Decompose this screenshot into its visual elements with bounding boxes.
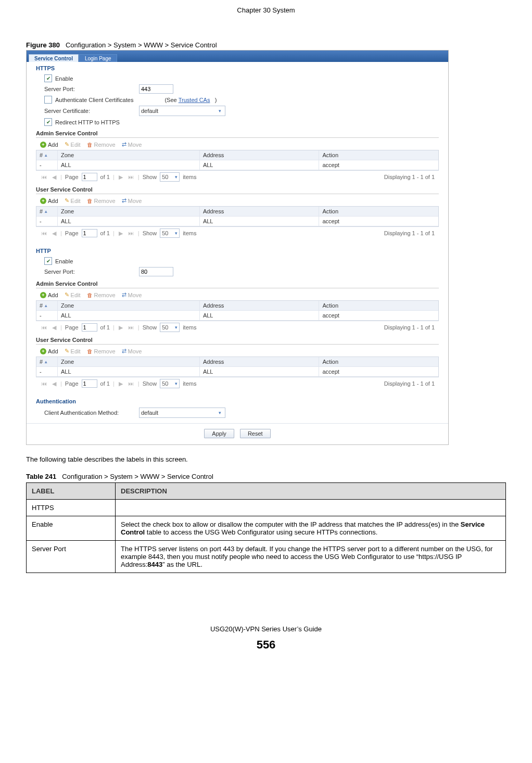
table-row[interactable]: - ALL ALL accept <box>36 311 438 321</box>
next-page-button[interactable]: ▶ <box>118 174 124 181</box>
https-auth-cc-checkbox[interactable] <box>44 96 52 104</box>
table-title: Configuration > System > WWW > Service C… <box>62 473 213 480</box>
trusted-cas-link[interactable]: Trusted CAs <box>179 97 210 103</box>
table-row[interactable]: - ALL ALL accept <box>36 367 438 377</box>
pager: ⏮ ◀ | Page of 1 | ▶ ⏭ | Show 50▾ items D… <box>36 377 439 390</box>
https-redirect-checkbox[interactable]: ✔ <box>44 118 52 126</box>
col-zone[interactable]: Zone <box>58 357 200 366</box>
edit-button[interactable]: ✎Edit <box>65 141 81 148</box>
screenshot-pane: Service Control Login Page HTTPS ✔ Enabl… <box>26 50 449 445</box>
next-page-button[interactable]: ▶ <box>118 230 124 237</box>
page-size-select[interactable]: 50▾ <box>160 228 180 238</box>
table-row: Enable Select the check box to allow or … <box>27 516 506 541</box>
th-label: LABEL <box>27 483 116 500</box>
tab-service-control[interactable]: Service Control <box>29 54 79 62</box>
move-button[interactable]: ⇄Move <box>122 197 142 204</box>
sort-icon: ▲ <box>44 360 48 364</box>
https-enable-label: Enable <box>55 75 73 82</box>
col-address[interactable]: Address <box>200 150 320 160</box>
next-page-button[interactable]: ▶ <box>118 380 124 387</box>
page-number: 556 <box>26 638 506 652</box>
col-zone[interactable]: Zone <box>58 301 200 310</box>
col-index[interactable]: # ▲ <box>36 207 58 216</box>
move-button[interactable]: ⇄Move <box>122 291 142 298</box>
add-button[interactable]: +Add <box>40 198 58 204</box>
move-button[interactable]: ⇄Move <box>122 141 142 148</box>
col-address[interactable]: Address <box>200 357 320 366</box>
page-size-select[interactable]: 50▾ <box>160 172 180 182</box>
col-index[interactable]: # ▲ <box>36 357 58 366</box>
add-icon: + <box>40 348 46 354</box>
col-address[interactable]: Address <box>200 207 320 216</box>
move-button[interactable]: ⇄Move <box>122 348 142 354</box>
edit-button[interactable]: ✎Edit <box>65 197 81 204</box>
col-zone[interactable]: Zone <box>58 207 200 216</box>
prev-page-button[interactable]: ◀ <box>51 380 57 387</box>
remove-button[interactable]: 🗑Remove <box>87 348 116 354</box>
cell-label: HTTPS <box>27 500 116 516</box>
page-input[interactable] <box>82 379 97 388</box>
remove-icon: 🗑 <box>87 198 93 204</box>
remove-button[interactable]: 🗑Remove <box>87 198 116 204</box>
toolbar: +Add ✎Edit 🗑Remove ⇄Move <box>36 140 439 150</box>
last-page-button[interactable]: ⏭ <box>127 380 135 387</box>
col-index[interactable]: # ▲ <box>36 150 58 160</box>
edit-icon: ✎ <box>65 197 69 204</box>
remove-button[interactable]: 🗑Remove <box>87 142 116 148</box>
page-input[interactable] <box>82 323 97 332</box>
col-index[interactable]: # ▲ <box>36 301 58 310</box>
tab-login-page[interactable]: Login Page <box>79 54 117 62</box>
https-server-port-input[interactable] <box>139 84 173 94</box>
add-button[interactable]: +Add <box>40 348 58 354</box>
https-enable-checkbox[interactable]: ✔ <box>44 74 52 82</box>
first-page-button[interactable]: ⏮ <box>40 174 48 180</box>
edit-button[interactable]: ✎Edit <box>65 348 81 354</box>
next-page-button[interactable]: ▶ <box>118 324 124 331</box>
https-server-cert-select[interactable]: default ▾ <box>139 106 225 116</box>
auth-method-select[interactable]: default ▾ <box>139 408 225 418</box>
apply-button[interactable]: Apply <box>204 429 234 438</box>
page-input[interactable] <box>82 173 97 181</box>
col-zone[interactable]: Zone <box>58 150 200 160</box>
following-text: The following table describes the labels… <box>26 455 506 463</box>
chevron-down-icon: ▾ <box>216 410 223 415</box>
last-page-button[interactable]: ⏭ <box>127 230 135 236</box>
move-icon: ⇄ <box>122 291 126 298</box>
prev-page-button[interactable]: ◀ <box>51 174 57 181</box>
reset-button[interactable]: Reset <box>240 429 271 438</box>
page-size-select[interactable]: 50▾ <box>160 379 180 388</box>
remove-button[interactable]: 🗑Remove <box>87 292 116 298</box>
chevron-down-icon: ▾ <box>175 174 178 180</box>
last-page-button[interactable]: ⏭ <box>127 324 135 330</box>
section-authentication: Authentication <box>27 395 448 406</box>
first-page-button[interactable]: ⏮ <box>40 324 48 330</box>
prev-page-button[interactable]: ◀ <box>51 230 57 237</box>
col-address[interactable]: Address <box>200 301 320 310</box>
move-icon: ⇄ <box>122 141 126 148</box>
section-https: HTTPS <box>27 62 448 73</box>
table-row[interactable]: - ALL ALL accept <box>36 217 438 226</box>
prev-page-button[interactable]: ◀ <box>51 324 57 331</box>
button-row: Apply Reset <box>27 423 448 444</box>
col-action[interactable]: Action <box>319 301 438 310</box>
add-button[interactable]: +Add <box>40 142 58 148</box>
page-input[interactable] <box>82 229 97 237</box>
first-page-button[interactable]: ⏮ <box>40 380 48 387</box>
http-server-port-input[interactable] <box>139 267 173 276</box>
page-size-select[interactable]: 50▾ <box>160 323 180 332</box>
col-action[interactable]: Action <box>319 150 438 160</box>
last-page-button[interactable]: ⏭ <box>127 174 135 180</box>
http-enable-checkbox[interactable]: ✔ <box>44 257 52 265</box>
chevron-down-icon: ▾ <box>175 381 178 386</box>
first-page-button[interactable]: ⏮ <box>40 230 48 236</box>
col-action[interactable]: Action <box>319 357 438 366</box>
table-row[interactable]: - ALL ALL accept <box>36 160 438 170</box>
add-button[interactable]: +Add <box>40 292 58 298</box>
pager: ⏮ ◀ | Page of 1 | ▶ ⏭ | Show 50▾ items D… <box>36 171 439 183</box>
col-action[interactable]: Action <box>319 207 438 216</box>
https-auth-cc-label: Authenticate Client Certificates <box>55 97 133 103</box>
edit-button[interactable]: ✎Edit <box>65 291 81 298</box>
chevron-down-icon: ▾ <box>175 325 178 330</box>
auth-method-value: default <box>141 410 158 416</box>
display-count: Displaying 1 - 1 of 1 <box>384 174 435 180</box>
